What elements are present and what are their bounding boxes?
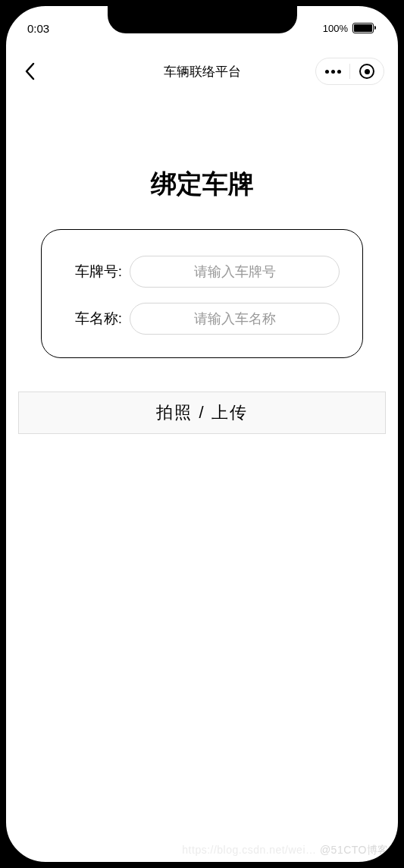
name-input[interactable] [130,303,340,335]
upload-button[interactable]: 拍照 / 上传 [18,392,386,434]
watermark-faint: https://blog.csdn.net/wei… [182,844,320,856]
content-area: 绑定车牌 车牌号: 车名称: 拍照 / 上传 [6,167,398,434]
name-label: 车名称: [64,309,122,329]
battery-text: 100% [323,23,348,34]
capsule-close-button[interactable] [350,58,384,84]
plate-label: 车牌号: [64,262,122,281]
mini-program-capsule [315,58,384,85]
watermark: https://blog.csdn.net/wei… @51CTO博客 [182,844,389,857]
watermark-text: @51CTO博客 [320,844,389,856]
page-title: 车辆联络平台 [164,63,241,80]
back-button[interactable] [24,61,36,82]
target-icon [359,64,374,79]
form-card: 车牌号: 车名称: [41,229,363,358]
status-time: 0:03 [27,22,49,35]
device-notch [108,6,297,33]
plate-field-row: 车牌号: [64,256,340,288]
page-heading: 绑定车牌 [18,167,386,202]
more-icon [325,70,341,74]
chevron-left-icon [24,62,35,80]
status-right: 100% [323,23,374,34]
name-field-row: 车名称: [64,303,340,335]
plate-input[interactable] [130,256,340,288]
nav-bar: 车辆联络平台 [6,39,398,94]
battery-icon [352,23,374,33]
capsule-menu-button[interactable] [316,58,349,84]
